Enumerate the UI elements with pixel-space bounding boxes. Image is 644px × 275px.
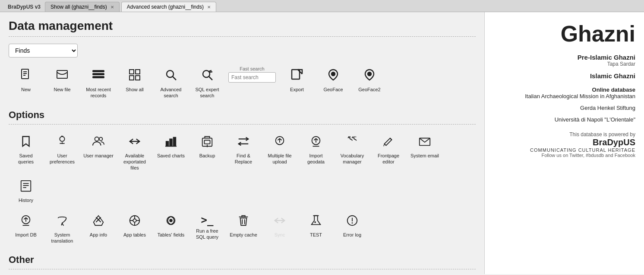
other-section: Other BraDypUS'web site	[9, 254, 476, 274]
saved-queries-icon	[19, 135, 32, 151]
geoface2-label: GeoFace2	[358, 86, 380, 93]
tab-finds[interactable]: Show all (ghazni__finds) ✕	[45, 2, 120, 12]
backup-button[interactable]: Backup	[190, 131, 224, 175]
right-brand: BraDypUS	[493, 138, 635, 147]
empty-cache-label: Empty cache	[230, 232, 257, 238]
history-button[interactable]: History	[9, 176, 43, 207]
tab-finds-close[interactable]: ✕	[110, 5, 114, 10]
svg-point-25	[95, 137, 99, 141]
svg-rect-8	[129, 70, 134, 74]
section-divider-3	[9, 269, 476, 269]
app-tab: BraDypUS v3	[3, 2, 45, 12]
fast-search-input[interactable]	[228, 72, 276, 83]
most-recent-label: Most recentrecords	[86, 86, 110, 99]
toolbar-grid: New New file	[9, 64, 476, 102]
sys-translation-button[interactable]: Systemtranslation	[45, 211, 79, 248]
geoface-button[interactable]: GeoFace	[316, 64, 350, 102]
options-grid: Savedqueries Userpreferences	[9, 131, 476, 207]
user-manager-icon	[92, 135, 105, 151]
available-exports-icon	[128, 135, 141, 151]
export-button[interactable]: Export	[280, 64, 314, 102]
import-geodata-button[interactable]: Importgeodata	[299, 131, 333, 175]
test-label: TEST	[310, 232, 322, 238]
svg-point-26	[99, 137, 103, 141]
sql-search-button[interactable]: SQL expertsearch	[190, 64, 224, 102]
saved-charts-button[interactable]: Saved charts	[154, 131, 188, 175]
multi-upload-label: Multiple fileupload	[268, 153, 291, 165]
available-exports-button[interactable]: Availableexportatedfiles	[117, 131, 152, 175]
svg-rect-10	[129, 76, 134, 80]
tab-advsearch[interactable]: Advanced search (ghazni__finds) ✕	[121, 2, 216, 12]
right-org: Italian Archaeological Mission in Afghan…	[493, 93, 635, 99]
app-info-button[interactable]: App info	[81, 211, 116, 248]
right-funder1: Gerda Henkel Stiftung	[493, 105, 635, 111]
vocab-manager-button[interactable]: " " Vocabularymanager	[335, 131, 369, 175]
svg-rect-29	[170, 139, 172, 146]
right-tagline: COMMUNICATING CULTURAL HERITAGE	[493, 147, 635, 153]
adv-search-button[interactable]: Advancedsearch	[154, 64, 188, 102]
right-subtitle: Pre-Islamic Ghazni	[493, 54, 635, 61]
multi-upload-button[interactable]: Multiple fileupload	[262, 131, 297, 175]
sync-button[interactable]: Sync	[262, 211, 297, 248]
saved-charts-label: Saved charts	[157, 153, 185, 159]
frontpage-editor-button[interactable]: Frontpageeditor	[371, 131, 406, 175]
options-section: Options Savedqueries	[9, 109, 476, 248]
system-email-icon	[418, 135, 431, 151]
user-manager-button[interactable]: User manager	[81, 131, 116, 175]
most-recent-button[interactable]: Most recentrecords	[81, 64, 116, 102]
table-select[interactable]: Finds	[9, 44, 78, 58]
new-icon	[19, 68, 33, 85]
free-sql-label: Run a freeSQL query	[196, 228, 218, 240]
tables-fields-icon	[164, 214, 177, 230]
svg-rect-18	[292, 70, 300, 79]
sync-icon	[273, 214, 286, 230]
backup-label: Backup	[199, 153, 215, 159]
system-email-label: System email	[410, 153, 439, 159]
main-layout: Data management Finds New	[0, 12, 644, 274]
new-label: New	[21, 86, 31, 93]
left-content: Data management Finds New	[0, 12, 484, 274]
frontpage-editor-icon	[382, 135, 395, 151]
free-sql-button[interactable]: >_ Run a freeSQL query	[190, 211, 224, 248]
app-tables-button[interactable]: App tables	[117, 211, 152, 248]
sys-translation-label: Systemtranslation	[51, 232, 73, 244]
right-funder2: Università di Napoli "L'Orientale"	[493, 116, 635, 123]
test-button[interactable]: TEST	[299, 211, 333, 248]
sync-label: Sync	[275, 232, 285, 238]
frontpage-editor-label: Frontpageeditor	[378, 153, 399, 165]
find-replace-button[interactable]: Find &Replace	[226, 131, 261, 175]
show-all-button[interactable]: Show all	[117, 64, 152, 102]
svg-line-44	[390, 138, 392, 140]
empty-cache-button[interactable]: Empty cache	[226, 211, 261, 248]
tables-fields-label: Tables' fields	[158, 232, 185, 238]
right-panel: Ghazni Pre-Islamic Ghazni Tapa Sardar Is…	[484, 12, 644, 274]
system-email-button[interactable]: System email	[407, 131, 442, 175]
right-sub2: Tapa Sardar	[493, 61, 635, 67]
new-file-icon	[55, 68, 69, 85]
user-prefs-label: Userpreferences	[50, 153, 75, 165]
error-log-label: Error log	[343, 232, 361, 238]
fast-search-container: Fast search	[226, 64, 278, 102]
sys-translation-icon	[56, 214, 69, 230]
new-file-button[interactable]: New file	[45, 64, 79, 102]
import-db-button[interactable]: Import DB	[9, 211, 43, 248]
geoface2-button[interactable]: GeoFace2	[352, 64, 387, 102]
svg-point-69	[314, 221, 316, 223]
new-button[interactable]: New	[9, 64, 43, 102]
user-prefs-button[interactable]: Userpreferences	[45, 131, 79, 175]
show-all-icon	[128, 68, 142, 85]
online-label: Online database	[493, 86, 635, 93]
free-sql-icon: >_	[201, 214, 214, 226]
tables-fields-button[interactable]: Tables' fields	[154, 211, 188, 248]
svg-line-16	[209, 70, 212, 71]
svg-point-72	[352, 222, 353, 224]
section-divider-1	[9, 36, 476, 37]
svg-text:": "	[348, 135, 351, 142]
saved-queries-button[interactable]: Savedqueries	[9, 131, 43, 175]
export-label: Export	[290, 86, 304, 93]
tab-advsearch-close[interactable]: ✕	[207, 5, 211, 10]
backup-icon	[201, 135, 214, 151]
import-geodata-label: Importgeodata	[307, 153, 325, 165]
error-log-button[interactable]: Error log	[335, 211, 369, 248]
right-social: Follow us on Twitter, #bdusdb and Facebo…	[493, 153, 635, 158]
